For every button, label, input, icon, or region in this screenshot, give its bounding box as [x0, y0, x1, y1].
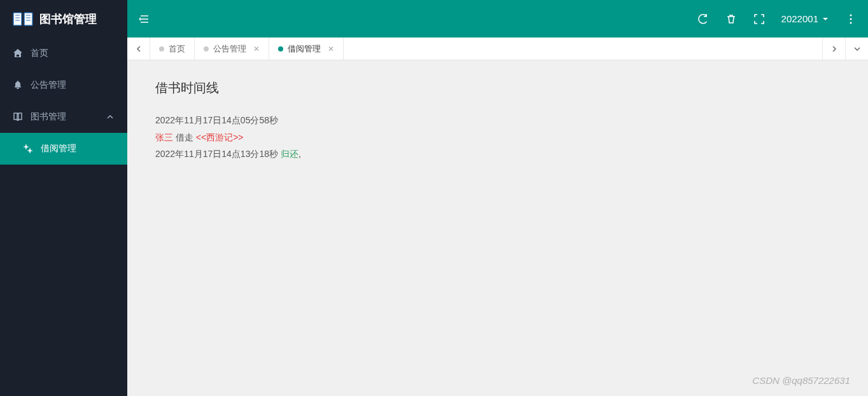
svg-point-8 — [25, 146, 27, 148]
close-icon[interactable]: ✕ — [253, 44, 260, 53]
svg-point-10 — [850, 14, 852, 16]
fullscreen-icon[interactable] — [753, 13, 765, 25]
chevron-up-icon — [106, 113, 115, 121]
topbar-left — [139, 13, 697, 25]
trash-icon[interactable] — [725, 13, 737, 25]
book-name: <<西游记>> — [196, 132, 244, 142]
borrow-line: 张三 借走 <<西游记>> — [155, 129, 840, 146]
page-title: 借书时间线 — [155, 79, 840, 97]
sidebar-item-label: 借阅管理 — [41, 143, 115, 154]
content-area: 借书时间线 2022年11月17日14点05分58秒 张三 借走 <<西游记>>… — [127, 60, 868, 396]
tab-borrow[interactable]: 借阅管理 ✕ — [269, 38, 344, 60]
return-time: 2022年11月17日14点13分18秒 — [155, 149, 278, 159]
sidebar-item-borrow-manage[interactable]: 借阅管理 — [0, 133, 127, 165]
app-title: 图书馆管理 — [39, 11, 97, 27]
tab-dot-icon — [159, 46, 164, 51]
sidebar-item-label: 图书管理 — [31, 111, 106, 123]
sidebar: 图书馆管理 首页 公告管理 图书管理 — [0, 0, 127, 396]
borrow-time: 2022年11月17日14点05分58秒 — [155, 112, 840, 129]
svg-point-9 — [29, 149, 31, 152]
sidebar-item-label: 首页 — [31, 48, 115, 59]
action-return: 归还 — [281, 149, 298, 159]
sidebar-item-book-manage[interactable]: 图书管理 — [0, 101, 127, 133]
tab-label: 首页 — [169, 43, 185, 55]
tab-notice[interactable]: 公告管理 ✕ — [195, 38, 269, 60]
action-borrow: 借走 — [176, 132, 193, 142]
watermark: CSDN @qq857222631 — [752, 375, 850, 386]
tab-dot-icon — [278, 46, 283, 51]
user-menu[interactable]: 2022001 — [781, 13, 829, 24]
tab-scroll-right[interactable] — [822, 38, 845, 60]
topbar: 2022001 — [127, 0, 868, 38]
timeline-entry: 2022年11月17日14点05分58秒 张三 借走 <<西游记>> 2022年… — [155, 112, 840, 163]
sidebar-nav: 首页 公告管理 图书管理 借阅管理 — [0, 38, 127, 396]
tab-label: 公告管理 — [213, 43, 246, 55]
sidebar-item-notice[interactable]: 公告管理 — [0, 69, 127, 101]
trailing-comma: , — [298, 149, 301, 159]
caret-down-icon — [822, 16, 829, 22]
svg-point-12 — [850, 22, 852, 24]
tab-home[interactable]: 首页 — [150, 38, 195, 60]
borrower-name: 张三 — [155, 132, 173, 142]
home-icon — [13, 48, 23, 58]
close-icon[interactable]: ✕ — [328, 44, 334, 53]
user-name: 2022001 — [781, 13, 818, 24]
tab-label: 借阅管理 — [288, 43, 321, 55]
tabs-container: 首页 公告管理 ✕ 借阅管理 ✕ — [150, 38, 822, 60]
tab-dot-icon — [204, 46, 209, 51]
refresh-icon[interactable] — [697, 13, 709, 25]
svg-point-11 — [850, 18, 852, 20]
tab-scroll-left[interactable] — [127, 38, 150, 60]
return-line: 2022年11月17日14点13分18秒 归还, — [155, 146, 840, 163]
main-area: 2022001 首页 — [127, 0, 868, 396]
svg-rect-1 — [24, 13, 32, 25]
tab-dropdown[interactable] — [845, 38, 868, 60]
sidebar-item-label: 公告管理 — [31, 79, 115, 91]
tabs-bar: 首页 公告管理 ✕ 借阅管理 ✕ — [127, 38, 868, 60]
svg-rect-0 — [13, 13, 22, 25]
logo: 图书馆管理 — [0, 0, 127, 38]
sidebar-item-home[interactable]: 首页 — [0, 38, 127, 69]
cogs-icon — [23, 144, 33, 154]
topbar-right: 2022001 — [697, 13, 857, 25]
book-logo-icon — [13, 11, 33, 27]
menu-toggle-icon[interactable] — [139, 13, 150, 25]
bell-icon — [13, 80, 23, 90]
more-vertical-icon[interactable] — [845, 13, 857, 25]
book-icon — [13, 112, 23, 122]
